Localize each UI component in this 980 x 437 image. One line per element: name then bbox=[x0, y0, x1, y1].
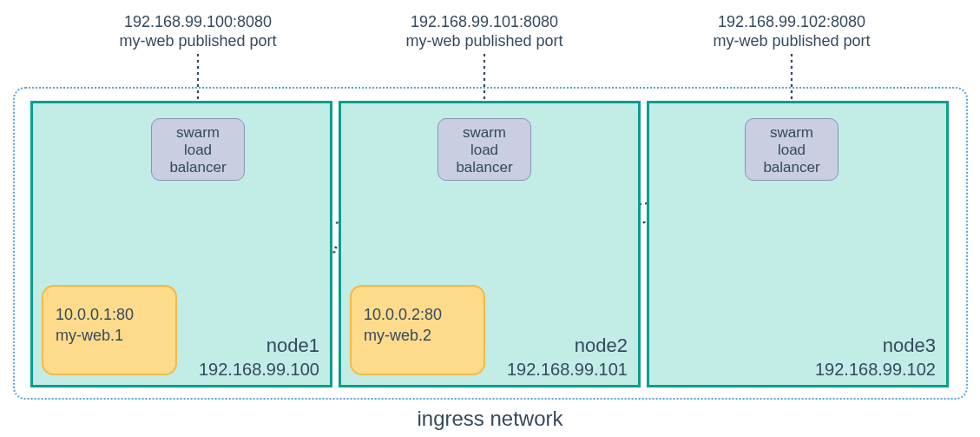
ext-sub: my-web published port bbox=[713, 31, 870, 50]
swarm-load-balancer-2: swarm load balancer bbox=[437, 118, 531, 181]
slb-line: swarm bbox=[746, 124, 838, 142]
node-name: node2 bbox=[575, 334, 628, 357]
slb-line: swarm bbox=[438, 124, 530, 142]
task-my-web-2: 10.0.0.2:80 my-web.2 bbox=[350, 285, 485, 375]
external-endpoint-1: 192.168.99.100:8080 my-web published por… bbox=[119, 12, 276, 50]
slb-line: load bbox=[438, 142, 530, 159]
slb-line: balancer bbox=[438, 159, 530, 176]
node-ip: 192.168.99.100 bbox=[199, 360, 319, 380]
slb-line: balancer bbox=[152, 159, 244, 176]
task-addr: 10.0.0.1:80 bbox=[56, 304, 163, 325]
node-name: node1 bbox=[266, 334, 319, 357]
ext-sub: my-web published port bbox=[405, 31, 562, 50]
task-name: my-web.2 bbox=[364, 325, 471, 346]
ext-addr: 192.168.99.100:8080 bbox=[119, 12, 276, 31]
task-name: my-web.1 bbox=[56, 325, 163, 346]
diagram-canvas: 192.168.99.100:8080 my-web published por… bbox=[0, 0, 980, 437]
node-ip: 192.168.99.101 bbox=[507, 360, 628, 380]
slb-line: swarm bbox=[152, 124, 244, 142]
swarm-load-balancer-3: swarm load balancer bbox=[745, 118, 839, 181]
ext-addr: 192.168.99.102:8080 bbox=[713, 12, 870, 31]
slb-line: load bbox=[152, 142, 244, 159]
slb-line: balancer bbox=[746, 159, 838, 176]
slb-line: load bbox=[746, 142, 838, 159]
node-name: node3 bbox=[883, 334, 936, 357]
ingress-network-caption: ingress network bbox=[0, 407, 980, 431]
task-addr: 10.0.0.2:80 bbox=[364, 304, 471, 325]
node-ip: 192.168.99.102 bbox=[815, 360, 936, 380]
task-my-web-1: 10.0.0.1:80 my-web.1 bbox=[42, 285, 177, 375]
external-endpoint-2: 192.168.99.101:8080 my-web published por… bbox=[405, 12, 562, 50]
ext-addr: 192.168.99.101:8080 bbox=[405, 12, 562, 31]
external-endpoint-3: 192.168.99.102:8080 my-web published por… bbox=[713, 12, 870, 50]
ext-sub: my-web published port bbox=[119, 31, 276, 50]
swarm-load-balancer-1: swarm load balancer bbox=[151, 118, 245, 181]
